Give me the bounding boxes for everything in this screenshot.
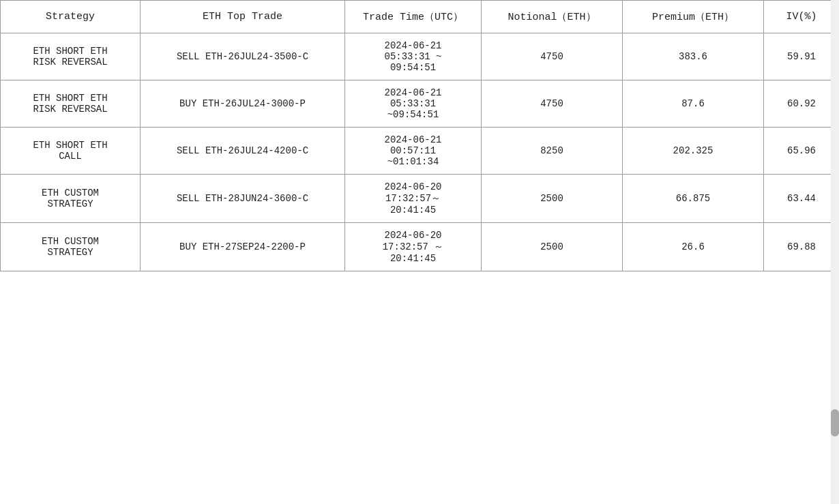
table-row: ETH SHORT ETH CALLSELL ETH-26JUL24-4200-… — [1, 128, 840, 175]
data-table: Strategy ETH Top Trade Trade Time（UTC） N… — [0, 0, 839, 271]
header-notional: Notional（ETH） — [482, 1, 623, 33]
cell-strategy: ETH SHORT ETH RISK REVERSAL — [1, 80, 141, 128]
cell-premium: 26.6 — [623, 223, 764, 271]
scrollbar[interactable] — [831, 0, 839, 504]
cell-premium: 383.6 — [623, 33, 764, 80]
cell-trade-time: 2024-06-21 00:57:11 ~01:01:34 — [345, 128, 482, 175]
cell-trade-time: 2024-06-21 05:33:31 ~09:54:51 — [345, 80, 482, 128]
cell-premium: 66.875 — [623, 175, 764, 223]
cell-strategy: ETH SHORT ETH RISK REVERSAL — [1, 33, 141, 80]
cell-trade-time: 2024-06-20 17:32:57～ 20:41:45 — [345, 175, 482, 223]
header-premium: Premium（ETH） — [623, 1, 764, 33]
table-header-row: Strategy ETH Top Trade Trade Time（UTC） N… — [1, 1, 840, 33]
cell-premium: 202.325 — [623, 128, 764, 175]
cell-iv: 69.88 — [764, 223, 840, 271]
cell-eth-top-trade: BUY ETH-26JUL24-3000-P — [141, 80, 345, 128]
cell-iv: 65.96 — [764, 128, 840, 175]
cell-trade-time: 2024-06-21 05:33:31 ~ 09:54:51 — [345, 33, 482, 80]
table-row: ETH SHORT ETH RISK REVERSALBUY ETH-26JUL… — [1, 80, 840, 128]
table-row: ETH CUSTOM STRATEGYSELL ETH-28JUN24-3600… — [1, 175, 840, 223]
cell-strategy: ETH CUSTOM STRATEGY — [1, 223, 141, 271]
cell-strategy: ETH SHORT ETH CALL — [1, 128, 141, 175]
cell-eth-top-trade: SELL ETH-26JUL24-4200-C — [141, 128, 345, 175]
header-iv: IV(%) — [764, 1, 840, 33]
cell-eth-top-trade: BUY ETH-27SEP24-2200-P — [141, 223, 345, 271]
cell-notional: 8250 — [482, 128, 623, 175]
cell-notional: 4750 — [482, 80, 623, 128]
cell-iv: 59.91 — [764, 33, 840, 80]
cell-notional: 2500 — [482, 223, 623, 271]
cell-notional: 2500 — [482, 175, 623, 223]
cell-iv: 60.92 — [764, 80, 840, 128]
cell-strategy: ETH CUSTOM STRATEGY — [1, 175, 141, 223]
table-row: ETH CUSTOM STRATEGYBUY ETH-27SEP24-2200-… — [1, 223, 840, 271]
header-eth-top-trade: ETH Top Trade — [141, 1, 345, 33]
header-trade-time: Trade Time（UTC） — [345, 1, 482, 33]
table-row: ETH SHORT ETH RISK REVERSALSELL ETH-26JU… — [1, 33, 840, 80]
cell-notional: 4750 — [482, 33, 623, 80]
scroll-thumb[interactable] — [831, 409, 839, 436]
cell-iv: 63.44 — [764, 175, 840, 223]
cell-trade-time: 2024-06-20 17:32:57 ～ 20:41:45 — [345, 223, 482, 271]
cell-eth-top-trade: SELL ETH-26JUL24-3500-C — [141, 33, 345, 80]
cell-premium: 87.6 — [623, 80, 764, 128]
cell-eth-top-trade: SELL ETH-28JUN24-3600-C — [141, 175, 345, 223]
header-strategy: Strategy — [1, 1, 141, 33]
page-wrapper: Strategy ETH Top Trade Trade Time（UTC） N… — [0, 0, 839, 271]
